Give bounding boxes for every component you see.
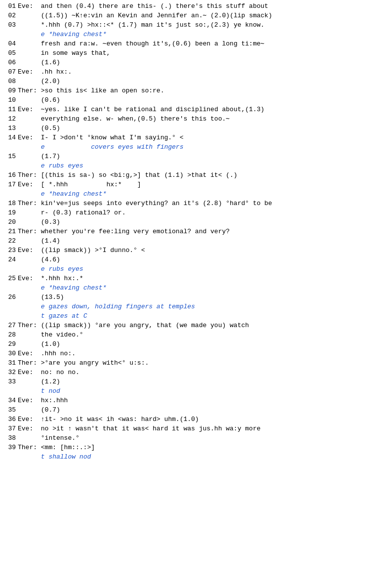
line-text: (0.6) bbox=[18, 96, 361, 105]
transcript-line: t nod bbox=[4, 387, 361, 396]
transcript-line: e covers eyes with fingers bbox=[4, 143, 361, 152]
line-text-italic: t nod bbox=[18, 387, 361, 396]
line-text: Eve: ((lip smack)) >°I dunno.° < bbox=[18, 246, 361, 255]
line-text: (0.7) bbox=[18, 406, 361, 415]
line-number: 14 bbox=[4, 133, 18, 143]
transcript-line: 31Ther: >°are you angry with<° u:s:. bbox=[4, 359, 361, 368]
line-number: 23 bbox=[4, 246, 18, 255]
transcript-line: 06 (1.6) bbox=[4, 58, 361, 68]
line-text: Ther: >°are you angry with<° u:s:. bbox=[18, 359, 361, 368]
transcript-line: 11Eve: ∼yes. like I can't be rational an… bbox=[4, 105, 361, 115]
line-text: the video.° bbox=[18, 331, 361, 340]
transcript-line: 27Ther: ((lip smack)) °are you angry, th… bbox=[4, 321, 361, 331]
transcript-line: 35 (0.7) bbox=[4, 406, 361, 415]
line-text: Eve: [ *.hhh hx:* ] bbox=[18, 180, 361, 190]
line-text: Eve: ∼yes. like I can't be rational and … bbox=[18, 105, 361, 115]
transcript-line: 18Ther: kin've=jus seeps into everything… bbox=[4, 199, 361, 209]
transcript-line: 37Eve: no >it ↑ wasn't that it was< hard… bbox=[4, 424, 361, 434]
transcript-line: e *heaving chest* bbox=[4, 30, 361, 40]
line-number: 21 bbox=[4, 227, 18, 237]
transcript-line: 25Eve: *.hhh hx:.* bbox=[4, 274, 361, 284]
line-text: Eve: hx:.hhh bbox=[18, 396, 361, 406]
transcript-line: 03 *.hhh (0.7) >hx::<* (1.7) man it's ju… bbox=[4, 21, 361, 30]
line-number: 31 bbox=[4, 359, 18, 368]
transcript-line: 34Eve: hx:.hhh bbox=[4, 396, 361, 406]
line-number: 37 bbox=[4, 424, 18, 434]
line-text: (0.5) bbox=[18, 124, 361, 133]
line-number: 18 bbox=[4, 199, 18, 209]
line-number: 13 bbox=[4, 124, 18, 133]
line-number: 20 bbox=[4, 218, 18, 227]
line-number: 35 bbox=[4, 406, 18, 415]
line-text: Eve: no >it ↑ wasn't that it was< hard i… bbox=[18, 424, 361, 434]
transcript-line: 01Eve: and then (0.4) there are this- (.… bbox=[4, 2, 361, 11]
line-text: Ther: whether you're fee:ling very emoti… bbox=[18, 227, 361, 237]
transcript-line: 04 fresh and ra:w. ∼even though it's,(0.… bbox=[4, 40, 361, 49]
transcript-line: e rubs eyes bbox=[4, 265, 361, 274]
line-text: Ther: kin've=jus seeps into everything? … bbox=[18, 199, 361, 209]
transcript-line: 36Eve: ↑it- >no it was< ih <was: hard> u… bbox=[4, 415, 361, 424]
line-number: 02 bbox=[4, 11, 18, 21]
line-number: 39 bbox=[4, 443, 18, 453]
line-number: 03 bbox=[4, 21, 18, 30]
line-number: 12 bbox=[4, 115, 18, 124]
transcript-line: 22 (1.4) bbox=[4, 237, 361, 246]
line-text-italic: e rubs eyes bbox=[18, 265, 361, 274]
line-text: Eve: I- I >don't °know what I'm saying.°… bbox=[18, 133, 361, 143]
transcript-line: 32Eve: no: no no. bbox=[4, 368, 361, 378]
transcript-line: 17Eve: [ *.hhh hx:* ] bbox=[4, 180, 361, 190]
line-text: in some ways that, bbox=[18, 49, 361, 58]
transcript-line: 08 (2.0) bbox=[4, 77, 361, 86]
line-text: (2.0) bbox=[18, 77, 361, 86]
line-text: Eve: .hh hx:. bbox=[18, 68, 361, 77]
line-text: (1.6) bbox=[18, 58, 361, 68]
line-number: 26 bbox=[4, 293, 18, 302]
transcript-line: 10 (0.6) bbox=[4, 96, 361, 105]
line-number: 34 bbox=[4, 396, 18, 406]
line-number: 30 bbox=[4, 349, 18, 359]
line-number: 32 bbox=[4, 368, 18, 378]
line-text: ((1.5)) ∼K↑e:vin an Kevin and Jennifer a… bbox=[18, 11, 361, 21]
line-text: Ther: <mm: [hm::.:>] bbox=[18, 443, 361, 453]
line-text-italic: t gazes at C bbox=[18, 312, 361, 321]
line-text: Ther: [(this is sa-) so <bi:g,>] that (1… bbox=[18, 171, 361, 180]
line-number: 28 bbox=[4, 331, 18, 340]
line-number: 17 bbox=[4, 180, 18, 190]
line-number: 15 bbox=[4, 152, 18, 162]
line-text: (1.7) bbox=[18, 152, 361, 162]
line-text: Eve: ↑it- >no it was< ih <was: hard> uhm… bbox=[18, 415, 361, 424]
line-number: 16 bbox=[4, 171, 18, 180]
line-text: (0.3) bbox=[18, 218, 361, 227]
line-text-italic: t shallow nod bbox=[18, 453, 361, 462]
transcript-line: e gazes down, holding fingers at temples bbox=[4, 302, 361, 312]
line-text-italic: e *heaving chest* bbox=[18, 190, 361, 199]
line-text: r- (0.3) rational? or. bbox=[18, 209, 361, 218]
line-number: 38 bbox=[4, 434, 18, 443]
line-text: Eve: *.hhh hx:.* bbox=[18, 274, 361, 284]
line-text-italic: e gazes down, holding fingers at temples bbox=[18, 302, 361, 312]
line-text-italic: e covers eyes with fingers bbox=[18, 143, 361, 152]
line-text-italic: e *heaving chest* bbox=[18, 30, 361, 40]
transcript-line: 30Eve: .hhh no:. bbox=[4, 349, 361, 359]
transcript-line: 38 °intense.° bbox=[4, 434, 361, 443]
transcript-line: 26 (13.5) bbox=[4, 293, 361, 302]
line-number: 05 bbox=[4, 49, 18, 58]
transcript-line: 24 (4.6) bbox=[4, 255, 361, 265]
line-text: everything else. w- when,(0.5) there's t… bbox=[18, 115, 361, 124]
line-number: 01 bbox=[4, 2, 18, 11]
line-text: (1.2) bbox=[18, 378, 361, 387]
transcript-line: e *heaving chest* bbox=[4, 190, 361, 199]
transcript-line: 29 (1.0) bbox=[4, 340, 361, 349]
line-number: 04 bbox=[4, 40, 18, 49]
line-number: 06 bbox=[4, 58, 18, 68]
transcript-line: 39Ther: <mm: [hm::.:>] bbox=[4, 443, 361, 453]
line-text: (1.4) bbox=[18, 237, 361, 246]
transcript-line: t shallow nod bbox=[4, 453, 361, 462]
line-text: (1.0) bbox=[18, 340, 361, 349]
line-text: (13.5) bbox=[18, 293, 361, 302]
line-number: 19 bbox=[4, 209, 18, 218]
transcript-line: 19 r- (0.3) rational? or. bbox=[4, 209, 361, 218]
line-text: Eve: .hhh no:. bbox=[18, 349, 361, 359]
line-number: 33 bbox=[4, 378, 18, 387]
transcript-line: 12 everything else. w- when,(0.5) there'… bbox=[4, 115, 361, 124]
